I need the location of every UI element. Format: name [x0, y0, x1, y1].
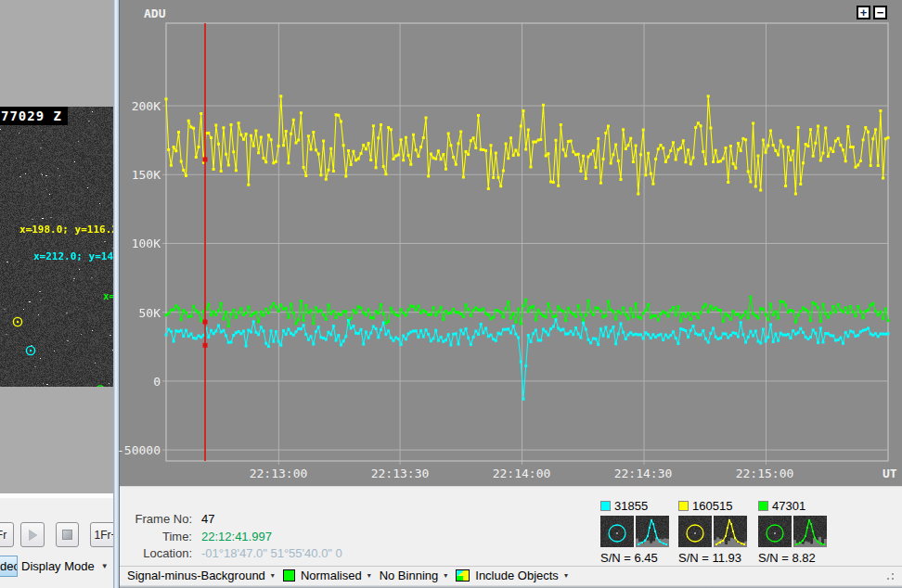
chart-options-toolbar: Signal-minus-Background ▾ Normalised ▾ N… [120, 566, 902, 584]
location-value: -01°18'47.0" 51°55'40.0" 0 [201, 546, 342, 560]
object-psf-thumb[interactable] [793, 516, 827, 547]
star-field-image[interactable]: 77029 Z x=198.0; y=116.2 x=212.0; y=145 … [0, 107, 113, 387]
lightcurve-panel: ADU UT 200K 150K 100K 50K 0 -50000 22:13… [119, 0, 902, 588]
normalised-color-swatch [283, 569, 295, 582]
y-tick-label: 200K [132, 99, 161, 113]
y-tick-label: 0 [153, 375, 161, 389]
display-mode-dropdown[interactable]: Display Mode ▼ [21, 556, 113, 577]
frame-no-label: Frame No: [129, 512, 192, 526]
object-designation-label: 77029 Z [0, 107, 68, 125]
frame-no-value: 47 [201, 512, 214, 526]
window-bottom-edge [120, 584, 902, 588]
object-color-swatch [678, 501, 689, 511]
sn-value: 11.93 [713, 551, 742, 565]
object-color-swatch [758, 501, 768, 511]
target-marker-icon [12, 316, 23, 327]
zoom-out-button[interactable]: − [873, 6, 887, 19]
binning-dropdown[interactable]: No Binning ▾ [380, 569, 448, 582]
y-tick-label: 50K [139, 306, 161, 320]
object-color-swatch [600, 501, 611, 511]
stop-icon [62, 530, 72, 540]
x-tick-label: 22:14:30 [614, 467, 673, 480]
x-tick-label: 22:15:00 [736, 467, 794, 480]
time-label: Time: [129, 530, 192, 543]
sn-label: S/N = [758, 551, 789, 565]
x-tick-label: 22:13:00 [250, 467, 308, 480]
chevron-down-icon: ▼ [101, 563, 109, 570]
y-axis-title: ADU [144, 6, 165, 20]
object-image-thumb[interactable] [758, 516, 792, 547]
signal-mode-label: Signal-minus-Background [127, 569, 265, 582]
include-objects-label: Include Objects [475, 569, 559, 582]
x-axis-title: UT [883, 467, 897, 480]
y-tick-label: -50000 [117, 443, 161, 457]
object-image-thumb[interactable] [678, 516, 712, 547]
display-mode-label: Display Mode [21, 559, 95, 573]
chevron-down-icon: ▾ [444, 572, 447, 580]
video-frame-panel: 77029 Z x=198.0; y=116.2 x=212.0; y=145 … [0, 0, 113, 588]
time-value: 22:12:41.997 [201, 530, 272, 543]
star-coords-annotation: x=198.0; y=116.2 [19, 224, 113, 236]
star-coords-annotation: x=212.0; y=145 [33, 250, 113, 262]
play-button[interactable] [20, 522, 45, 547]
chevron-down-icon: ▾ [271, 572, 275, 580]
measurement-info-panel: Frame No: 47 Time: 22:12:41.997 Location… [120, 486, 902, 566]
normalised-dropdown[interactable]: Normalised ▾ [283, 569, 371, 582]
object-id-label: 31855 [614, 499, 648, 513]
resize-grip[interactable] [884, 570, 896, 582]
y-tick-label: 100K [132, 236, 161, 250]
include-objects-icon [456, 569, 470, 582]
location-label: Location: [129, 546, 192, 560]
target-marker-icon [25, 345, 36, 356]
legend-group-1: 160515 S/N = 11.93 [678, 500, 751, 561]
x-tick-label: 22:13:30 [371, 467, 430, 480]
playback-controls-panel: Fr 1Fr+ deo Display Mode ▼ [0, 498, 113, 588]
chart-plot[interactable] [120, 0, 902, 486]
app-window: 77029 Z x=198.0; y=116.2 x=212.0; y=145 … [0, 0, 902, 588]
sn-value: 8.82 [792, 551, 816, 565]
frame-back-button[interactable]: Fr [0, 522, 14, 547]
lightcurve-chart[interactable]: ADU UT 200K 150K 100K 50K 0 -50000 22:13… [120, 0, 902, 486]
zoom-in-button[interactable]: + [857, 6, 870, 19]
legend-group-2: 47301 S/N = 8.82 [758, 500, 831, 561]
panel-spacer [0, 387, 113, 493]
chevron-down-icon: ▾ [367, 572, 371, 580]
binning-label: No Binning [380, 569, 439, 582]
sn-label: S/N = [600, 551, 631, 565]
frame-forward-button[interactable]: 1Fr+ [90, 522, 113, 547]
video-tab[interactable]: deo [0, 556, 18, 577]
play-icon [29, 530, 37, 541]
object-id-label: 47301 [772, 499, 805, 513]
signal-mode-dropdown[interactable]: Signal-minus-Background ▾ [127, 569, 275, 582]
object-id-label: 160515 [692, 499, 732, 513]
object-psf-thumb[interactable] [714, 516, 747, 547]
chevron-down-icon: ▾ [564, 572, 568, 580]
legend-group-0: 31855 S/N = 6.45 [600, 500, 673, 561]
object-psf-thumb[interactable] [636, 516, 669, 547]
sn-value: 6.45 [635, 551, 658, 565]
star-field-noise [0, 107, 113, 387]
include-objects-dropdown[interactable]: Include Objects ▾ [456, 569, 568, 582]
stop-button[interactable] [56, 522, 79, 547]
normalised-label: Normalised [301, 569, 362, 582]
object-image-thumb[interactable] [600, 516, 634, 547]
x-tick-label: 22:14:00 [493, 467, 551, 480]
y-tick-label: 150K [132, 168, 161, 182]
sn-label: S/N = [678, 551, 709, 565]
star-coords-annotation: x= [103, 290, 113, 302]
